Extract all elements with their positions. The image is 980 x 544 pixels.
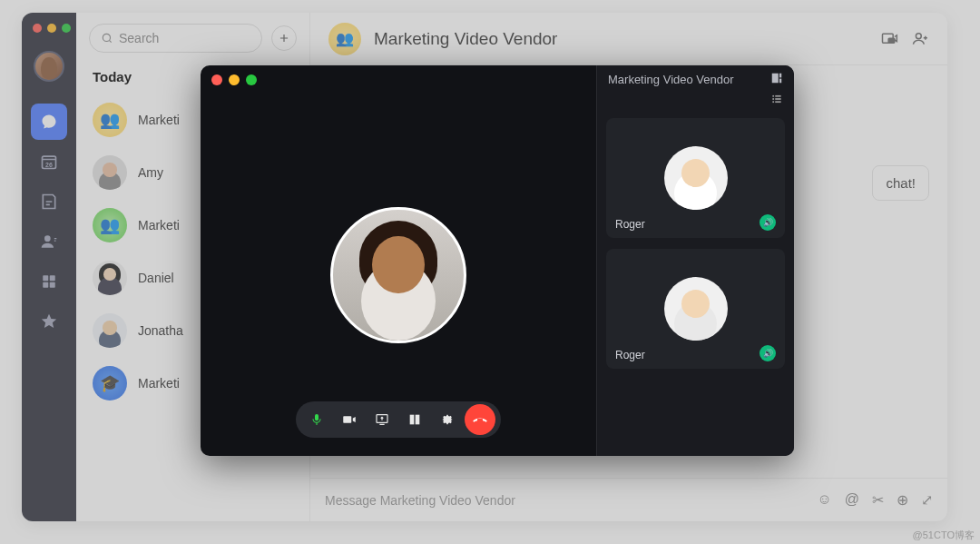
camera-icon — [341, 411, 358, 428]
screenshare-icon — [375, 412, 389, 427]
maximize-dot-icon[interactable] — [246, 74, 257, 85]
conversation-avatar-icon: 👥 — [328, 23, 361, 55]
attach-plus-icon[interactable]: ⊕ — [897, 491, 908, 509]
scissors-icon[interactable]: ✂ — [872, 491, 884, 509]
nav-calendar-icon[interactable]: 26 — [31, 143, 67, 180]
svg-rect-17 — [772, 73, 779, 83]
video-call-window: Marketing Video Vendor Roger 🔊 Roger 🔊 — [201, 65, 794, 456]
expand-icon[interactable]: ⤢ — [921, 491, 933, 509]
chat-item-label: Jonatha — [138, 323, 183, 338]
svg-point-11 — [916, 33, 921, 38]
watermark-text: @51CTO博客 — [913, 529, 975, 542]
nav-notes-icon[interactable] — [31, 183, 67, 220]
mention-icon[interactable]: @ — [845, 491, 859, 509]
svg-rect-24 — [772, 101, 774, 103]
svg-point-3 — [44, 235, 51, 242]
svg-rect-6 — [43, 282, 48, 288]
group-avatar-icon: 🎓 — [93, 366, 127, 401]
search-icon — [101, 32, 113, 45]
search-placeholder: Search — [119, 31, 159, 45]
chat-list-header: Search — [76, 13, 309, 64]
speaking-indicator-icon: 🔊 — [760, 214, 776, 231]
message-bubble: chat! — [872, 165, 929, 201]
gear-icon — [440, 412, 455, 427]
composer-tools: ☺ @ ✂ ⊕ ⤢ — [817, 491, 933, 509]
conversation-title: Marketing Video Vendor — [374, 29, 867, 49]
user-avatar[interactable] — [34, 51, 64, 82]
hangup-icon — [472, 411, 488, 428]
layout-button[interactable] — [399, 404, 430, 435]
call-title: Marketing Video Vendor — [608, 73, 734, 86]
svg-rect-16 — [416, 415, 420, 425]
svg-rect-7 — [50, 282, 55, 288]
participant-name: Roger — [615, 349, 645, 361]
group-avatar-icon: 👥 — [93, 103, 127, 137]
new-chat-button[interactable] — [271, 25, 297, 51]
window-traffic-lights[interactable] — [33, 24, 71, 33]
svg-rect-21 — [775, 95, 780, 97]
participant-avatar — [664, 146, 728, 210]
chat-item-label: Amy — [138, 165, 163, 180]
layout-icon — [407, 412, 422, 427]
close-dot-icon[interactable] — [33, 24, 42, 33]
minimize-dot-icon[interactable] — [229, 74, 240, 85]
call-side-subheader — [597, 93, 794, 113]
person-avatar-icon — [93, 261, 127, 295]
svg-rect-12 — [315, 414, 318, 420]
nav-chat-icon[interactable] — [31, 104, 67, 140]
svg-rect-22 — [772, 98, 774, 100]
person-avatar-icon — [93, 313, 127, 348]
call-main-area — [201, 65, 596, 456]
emoji-icon[interactable]: ☺ — [817, 491, 831, 509]
chat-item-label: Daniel — [138, 271, 174, 285]
screenshare-button[interactable] — [367, 404, 397, 435]
composer-placeholder[interactable]: Message Marketing Video Vendor — [325, 493, 806, 508]
call-toolbar — [296, 401, 501, 438]
svg-rect-18 — [779, 73, 781, 77]
maximize-dot-icon[interactable] — [62, 24, 71, 33]
mic-icon — [309, 412, 324, 427]
message-composer[interactable]: Message Marketing Video Vendor ☺ @ ✂ ⊕ ⤢ — [310, 478, 947, 521]
search-input[interactable]: Search — [89, 24, 262, 53]
chat-item-label: Marketi — [138, 218, 180, 232]
list-view-icon[interactable] — [770, 93, 783, 113]
minimize-dot-icon[interactable] — [47, 24, 56, 33]
svg-rect-20 — [772, 95, 774, 97]
participant-avatar — [664, 277, 728, 341]
speaking-indicator-icon: 🔊 — [760, 345, 776, 361]
svg-rect-15 — [410, 415, 415, 425]
pip-video-icon[interactable] — [880, 30, 898, 48]
close-dot-icon[interactable] — [211, 74, 222, 85]
mic-button[interactable] — [301, 404, 332, 435]
conversation-header: 👥 Marketing Video Vendor — [310, 13, 947, 65]
svg-rect-13 — [343, 416, 351, 423]
add-member-icon[interactable] — [911, 30, 929, 48]
call-side-header: Marketing Video Vendor — [597, 65, 794, 93]
participant-tile[interactable]: Roger 🔊 — [606, 249, 785, 369]
nav-apps-icon[interactable] — [31, 263, 67, 300]
nav-contacts-icon[interactable] — [31, 223, 67, 260]
active-speaker-avatar — [330, 207, 466, 343]
nav-favorites-icon[interactable] — [31, 303, 67, 340]
calendar-day-label: 26 — [31, 162, 67, 168]
svg-rect-19 — [779, 78, 781, 83]
svg-point-8 — [103, 34, 110, 41]
nav-rail: 26 — [22, 13, 76, 521]
person-avatar-icon — [93, 155, 127, 190]
svg-rect-25 — [775, 101, 780, 103]
participant-name: Roger — [615, 218, 645, 231]
camera-button[interactable] — [334, 404, 365, 435]
chat-item-label: Marketi — [138, 113, 180, 127]
svg-rect-0 — [46, 120, 53, 121]
svg-rect-4 — [43, 275, 48, 281]
participants-panel: Marketing Video Vendor Roger 🔊 Roger 🔊 — [596, 65, 794, 456]
group-avatar-icon: 👥 — [93, 208, 127, 242]
call-traffic-lights[interactable] — [201, 65, 596, 94]
participant-tile[interactable]: Roger 🔊 — [606, 118, 785, 238]
layout-toggle-icon[interactable] — [770, 72, 783, 87]
settings-button[interactable] — [432, 404, 463, 435]
svg-rect-5 — [50, 275, 55, 281]
svg-rect-10 — [888, 38, 895, 43]
chat-item-label: Marketi — [138, 376, 180, 391]
end-call-button[interactable] — [465, 404, 495, 435]
